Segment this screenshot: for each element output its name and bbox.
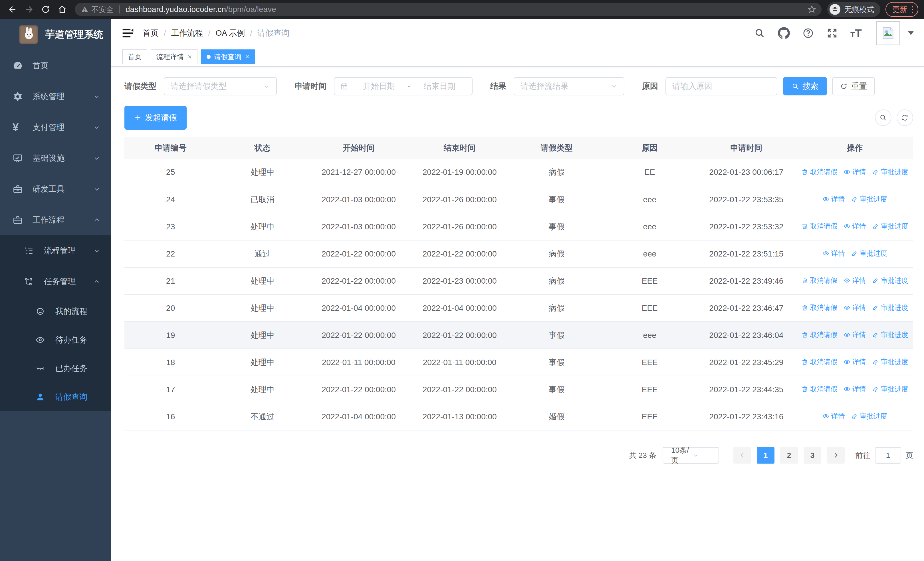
action-progress-link[interactable]: 审批进度 <box>872 222 908 231</box>
app-logo-row[interactable]: 芋道管理系统 <box>0 19 111 50</box>
browser-reload-button[interactable] <box>39 3 52 16</box>
incognito-icon <box>830 4 840 15</box>
cell-leave-type: 事假 <box>510 376 603 403</box>
action-cancel-link[interactable]: 取消请假 <box>801 385 837 394</box>
browser-home-button[interactable] <box>56 3 69 16</box>
github-icon[interactable] <box>778 27 790 39</box>
sidebar-item-my-process[interactable]: 我的流程 <box>0 297 111 326</box>
sidebar-item-home[interactable]: 首页 <box>0 50 111 81</box>
fullscreen-icon[interactable] <box>826 27 838 39</box>
action-cancel-link[interactable]: 取消请假 <box>801 222 837 231</box>
yen-icon: ¥ <box>12 122 23 133</box>
address-bar[interactable]: 不安全 dashboard.yudao.iocoder.cn/bpm/oa/le… <box>75 3 822 16</box>
chevron-down-icon <box>693 452 714 459</box>
cell-leave-type: 病假 <box>510 240 603 267</box>
page-button-3[interactable]: 3 <box>804 447 821 463</box>
action-detail-link[interactable]: 详情 <box>843 276 866 285</box>
refresh-table-button[interactable] <box>897 110 913 126</box>
tab-leave-query[interactable]: 请假查询 × <box>201 50 255 64</box>
col-start-time: 开始时间 <box>308 137 409 159</box>
action-detail-link[interactable]: 详情 <box>843 385 866 394</box>
sidebar-item-todo-tasks[interactable]: 待办任务 <box>0 326 111 354</box>
tab-home[interactable]: 首页 <box>122 50 147 64</box>
cell-apply-id: 18 <box>124 349 217 376</box>
page-button-2[interactable]: 2 <box>780 447 798 463</box>
action-progress-link[interactable]: 审批进度 <box>851 412 887 421</box>
result-select[interactable]: 请选择流结果 <box>514 77 624 95</box>
reason-input[interactable]: 请输入原因 <box>666 77 777 95</box>
bookmark-star-icon[interactable] <box>807 5 816 14</box>
breadcrumb-oa-example[interactable]: OA 示例 <box>216 28 245 39</box>
edit-icon <box>851 413 858 420</box>
view-icon <box>843 277 850 284</box>
action-detail-link[interactable]: 详情 <box>843 330 866 339</box>
breadcrumb-workflow[interactable]: 工作流程 <box>171 28 203 39</box>
sidebar-item-workflow[interactable]: 工作流程 <box>0 205 111 235</box>
sidebar-item-payment[interactable]: ¥ 支付管理 <box>0 112 111 143</box>
page-button-1[interactable]: 1 <box>757 447 774 463</box>
cell-actions: 取消请假详情审批进度 <box>796 159 913 186</box>
cell-actions: 详情审批进度 <box>796 186 913 213</box>
action-detail-link[interactable]: 详情 <box>822 249 844 258</box>
prev-page-button[interactable] <box>734 447 751 463</box>
cell-reason: EEE <box>603 267 696 295</box>
close-icon[interactable]: × <box>245 53 249 61</box>
action-cancel-link[interactable]: 取消请假 <box>801 357 837 367</box>
table-row: 17 处理中 2022-01-22 00:00:00 2022-01-22 00… <box>124 376 913 403</box>
action-detail-link[interactable]: 详情 <box>843 303 866 312</box>
browser-back-button[interactable] <box>6 3 20 16</box>
action-detail-link[interactable]: 详情 <box>822 412 844 421</box>
browser-menu-icon[interactable] <box>912 6 913 13</box>
sidebar-item-process-mgmt[interactable]: 流程管理 <box>0 235 111 266</box>
sidebar-item-devtools[interactable]: 研发工具 <box>0 174 111 205</box>
page-size-select[interactable]: 10条/页 <box>663 447 719 463</box>
action-progress-link[interactable]: 审批进度 <box>872 385 908 394</box>
create-leave-button[interactable]: 发起请假 <box>124 106 187 130</box>
delete-icon <box>801 304 808 311</box>
avatar[interactable] <box>876 21 900 45</box>
action-cancel-link[interactable]: 取消请假 <box>801 303 837 312</box>
action-progress-link[interactable]: 审批进度 <box>872 303 908 312</box>
action-detail-link[interactable]: 详情 <box>843 167 866 176</box>
action-detail-link[interactable]: 详情 <box>822 194 844 204</box>
action-cancel-link[interactable]: 取消请假 <box>801 330 837 339</box>
search-button[interactable]: 搜索 <box>783 77 827 95</box>
sidebar-item-task-mgmt[interactable]: 任务管理 <box>0 266 111 297</box>
action-progress-link[interactable]: 审批进度 <box>851 249 887 258</box>
sidebar-item-system[interactable]: 系统管理 <box>0 81 111 112</box>
tab-process-detail[interactable]: 流程详情 × <box>151 50 198 64</box>
edit-icon <box>851 196 858 203</box>
close-icon[interactable]: × <box>188 53 192 61</box>
next-page-button[interactable] <box>827 447 844 463</box>
leave-type-select[interactable]: 请选择请假类型 <box>164 77 277 95</box>
caret-down-icon[interactable] <box>908 31 914 35</box>
cell-actions: 取消请假详情审批进度 <box>796 349 913 376</box>
action-cancel-link[interactable]: 取消请假 <box>801 276 837 285</box>
sidebar-collapse-icon[interactable] <box>120 25 136 41</box>
sidebar-item-infra[interactable]: 基础设施 <box>0 143 111 174</box>
help-icon[interactable] <box>802 27 814 39</box>
cell-status: 已取消 <box>217 186 308 213</box>
action-progress-link[interactable]: 审批进度 <box>872 357 908 367</box>
sidebar-item-leave-query[interactable]: 请假查询 <box>0 383 111 411</box>
refresh-icon <box>840 83 848 90</box>
reset-button[interactable]: 重置 <box>832 77 875 95</box>
action-progress-link[interactable]: 审批进度 <box>872 276 908 285</box>
font-size-icon[interactable]: TT <box>850 27 864 39</box>
browser-forward-button[interactable] <box>22 3 36 16</box>
cell-status: 处理中 <box>217 376 308 403</box>
action-progress-link[interactable]: 审批进度 <box>872 167 908 176</box>
action-progress-link[interactable]: 审批进度 <box>851 194 887 204</box>
toggle-search-button[interactable] <box>875 110 891 126</box>
apply-time-range-picker[interactable]: 开始日期 - 结束日期 <box>334 77 472 95</box>
header-search-icon[interactable] <box>754 27 765 39</box>
goto-page-input[interactable] <box>875 447 901 463</box>
action-detail-link[interactable]: 详情 <box>843 357 866 367</box>
action-cancel-link[interactable]: 取消请假 <box>801 167 837 176</box>
action-detail-link[interactable]: 详情 <box>843 222 866 231</box>
browser-update-button[interactable]: 更新 <box>885 2 918 17</box>
sidebar-item-done-tasks[interactable]: 已办任务 <box>0 354 111 383</box>
view-icon <box>843 358 850 365</box>
breadcrumb-home[interactable]: 首页 <box>142 28 159 39</box>
action-progress-link[interactable]: 审批进度 <box>872 330 908 339</box>
